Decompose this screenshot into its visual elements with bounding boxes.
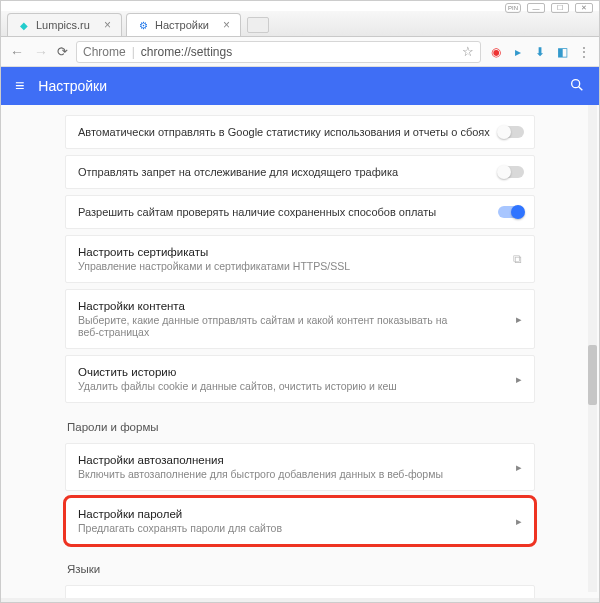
menu-icon[interactable]: ⋮ [577,45,591,59]
maximize-button[interactable]: ☐ [551,3,569,13]
setting-label: Автоматически отправлять в Google статис… [78,126,490,138]
chevron-right-icon: ▸ [516,313,522,326]
minimize-button[interactable]: — [527,3,545,13]
setting-content[interactable]: Настройки контента Выберите, какие данны… [65,289,535,349]
setting-title: Настроить сертификаты [78,246,500,258]
svg-line-1 [579,86,583,90]
svg-point-0 [572,79,580,87]
tab-strip: ◆ Lumpics.ru × ⚙ Настройки × [1,11,599,37]
external-link-icon: ⧉ [513,252,522,266]
scrollbar-thumb[interactable] [588,345,597,405]
toggle-switch[interactable] [498,126,524,138]
browser-tab-settings[interactable]: ⚙ Настройки × [126,13,241,36]
chevron-right-icon: ▸ [516,373,522,386]
setting-title: Настройки контента [78,300,500,312]
setting-passwords[interactable]: Настройки паролей Предлагать сохранять п… [65,497,535,545]
new-tab-button[interactable] [247,17,269,33]
section-langs-label: Языки [67,563,535,575]
toggle-switch[interactable] [498,166,524,178]
omnibox[interactable]: Chrome | chrome://settings ☆ [76,41,481,63]
setting-clear-history[interactable]: Очистить историю Удалить файлы cookie и … [65,355,535,403]
window-bottom-border [1,598,599,602]
pin-button[interactable]: PIN [505,3,521,13]
hamburger-icon[interactable]: ≡ [15,77,24,95]
setting-certificates[interactable]: Настроить сертификаты Управление настрой… [65,235,535,283]
favicon-icon: ◆ [18,19,30,31]
setting-subtitle: Включить автозаполнение для быстрого доб… [78,468,458,480]
scrollbar[interactable] [588,105,597,592]
tab-title: Lumpics.ru [36,19,90,31]
toggle-switch[interactable] [498,206,524,218]
close-window-button[interactable]: ✕ [575,3,593,13]
setting-label: Отправлять запрет на отслеживание для ис… [78,166,398,178]
close-tab-icon[interactable]: × [104,18,111,32]
section-passwords-label: Пароли и формы [67,421,535,433]
setting-title: Очистить историю [78,366,500,378]
bookmark-star-icon[interactable]: ☆ [462,44,474,59]
setting-label: Разрешить сайтам проверять наличие сохра… [78,206,436,218]
settings-header: ≡ Настройки [1,67,599,105]
search-icon[interactable] [569,77,585,96]
browser-tab-lumpics[interactable]: ◆ Lumpics.ru × [7,13,122,36]
chevron-right-icon: ▸ [516,461,522,474]
omnibox-prefix: Chrome [83,45,126,59]
window-titlebar: PIN — ☐ ✕ [1,1,599,11]
extension-icon[interactable]: ◉ [489,45,503,59]
back-button[interactable]: ← [9,44,25,60]
page-title: Настройки [38,78,107,94]
setting-toggle-stats[interactable]: Автоматически отправлять в Google статис… [65,115,535,149]
chevron-right-icon: ▸ [516,515,522,528]
forward-button: → [33,44,49,60]
setting-subtitle: Предлагать сохранять пароли для сайтов [78,522,458,534]
setting-title: Настройки автозаполнения [78,454,500,466]
setting-title: Настройки паролей [78,508,500,520]
gear-icon: ⚙ [137,19,149,31]
settings-content: Автоматически отправлять в Google статис… [7,105,593,600]
setting-subtitle: Удалить файлы cookie и данные сайтов, оч… [78,380,458,392]
close-tab-icon[interactable]: × [223,18,230,32]
omnibox-url: chrome://settings [141,45,232,59]
extension-icon[interactable]: ◧ [555,45,569,59]
extension-icon[interactable]: ⬇ [533,45,547,59]
extension-icon[interactable]: ▸ [511,45,525,59]
tab-title: Настройки [155,19,209,31]
reload-button[interactable]: ⟳ [57,44,68,59]
setting-toggle-payments[interactable]: Разрешить сайтам проверять наличие сохра… [65,195,535,229]
setting-subtitle: Выберите, какие данные отправлять сайтам… [78,314,458,338]
setting-autofill[interactable]: Настройки автозаполнения Включить автоза… [65,443,535,491]
setting-subtitle: Управление настройками и сертификатами H… [78,260,458,272]
setting-toggle-dnt[interactable]: Отправлять запрет на отслеживание для ис… [65,155,535,189]
address-bar: ← → ⟳ Chrome | chrome://settings ☆ ◉ ▸ ⬇… [1,37,599,67]
